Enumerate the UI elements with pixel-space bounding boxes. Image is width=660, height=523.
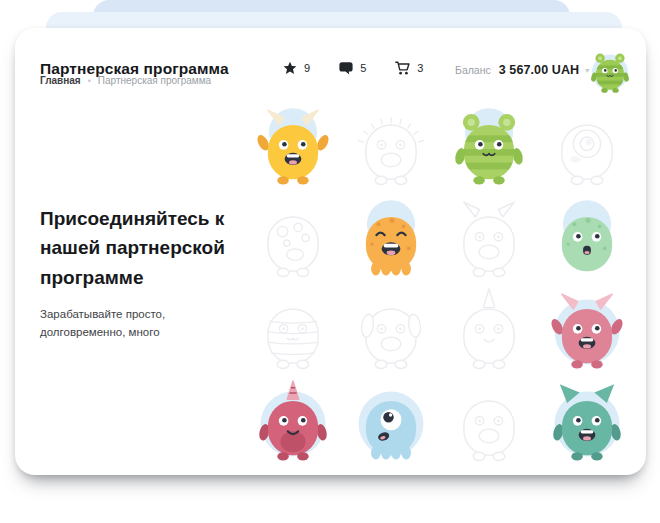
cart-icon (395, 61, 410, 75)
favorites-count: 9 (304, 62, 310, 74)
green-ghost-monster (538, 195, 636, 287)
breadcrumb-home-link[interactable]: Главная (40, 75, 81, 86)
hero-text-block: Присоединяйтесь к нашей партнерской прог… (40, 204, 254, 342)
messages-count: 5 (360, 62, 366, 74)
plain-monster-outline (440, 379, 538, 471)
blue-octopus-monster (342, 379, 440, 471)
header-stats: 9 5 3 (283, 61, 423, 75)
balance-dropdown[interactable]: Баланс 3 567.00 UAH ▾ (455, 63, 589, 77)
balance-label: Баланс (455, 64, 491, 76)
hero-subheading: Зарабатывайте просто, долговременно, мно… (40, 306, 192, 342)
chat-icon (339, 61, 353, 75)
star-icon (283, 61, 297, 75)
breadcrumb-separator: • (88, 76, 91, 86)
main-panel: Партнерская программа Главная • Партнерс… (15, 28, 646, 475)
eared-monster-outline (342, 287, 440, 379)
favorites-stat[interactable]: 9 (283, 61, 310, 75)
mummy-monster-outline (244, 287, 342, 379)
horned-monster-outline (440, 195, 538, 287)
balance-value: 3 567.00 UAH (499, 63, 579, 77)
breadcrumb-current: Партнерская программа (98, 75, 211, 86)
green-bear-monster (440, 103, 538, 195)
hero-heading: Присоединяйтесь к нашей партнерской прог… (40, 204, 254, 292)
monster-grid (244, 103, 636, 471)
raspberry-unicorn-monster (244, 379, 342, 471)
yellow-horned-monster (244, 103, 342, 195)
user-avatar[interactable] (586, 48, 634, 98)
breadcrumb: Главная • Партнерская программа (40, 75, 211, 86)
multi-eye-monster-outline (244, 195, 342, 287)
pink-horned-monster (538, 287, 636, 379)
messages-stat[interactable]: 5 (339, 61, 366, 75)
unicorn-monster-outline (440, 287, 538, 379)
cyclops-monster-outline (538, 103, 636, 195)
orange-octopus-monster (342, 195, 440, 287)
user-avatar-monster (586, 48, 634, 98)
page: Партнерская программа Главная • Партнерс… (0, 0, 660, 523)
teal-furry-monster (538, 379, 636, 471)
cart-count: 3 (417, 62, 423, 74)
hedgehog-monster-outline (342, 103, 440, 195)
cart-stat[interactable]: 3 (395, 61, 423, 75)
